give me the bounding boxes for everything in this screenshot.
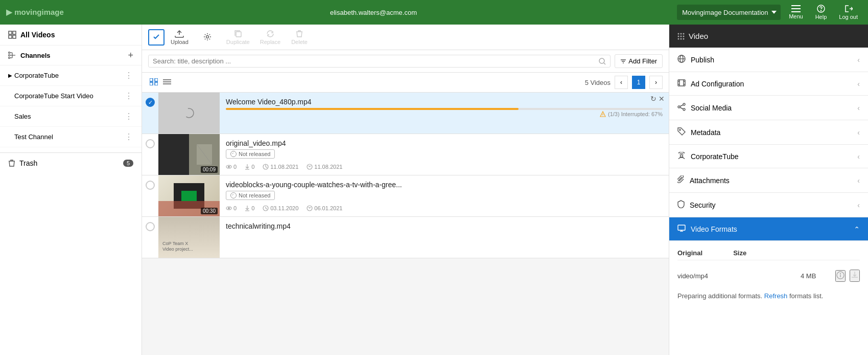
svg-point-44 [228, 208, 230, 209]
logo-text: movingimage [14, 8, 64, 16]
svg-point-56 [683, 38, 685, 39]
section-label: Social Media [691, 104, 857, 112]
settings-button[interactable] [195, 31, 220, 44]
sidebar-item-sales[interactable]: Sales ⋮ [0, 106, 142, 127]
video-check-1[interactable] [142, 93, 158, 134]
select-all-button[interactable] [148, 29, 165, 46]
add-channel-button[interactable]: + [128, 51, 133, 60]
chevron-left-icon: ‹ [857, 201, 860, 209]
svg-point-4 [820, 11, 821, 11]
video-check-4[interactable] [142, 217, 158, 258]
channel-menu-dots[interactable]: ⋮ [125, 71, 133, 80]
progress-bar-fill [226, 108, 519, 110]
panel-section-corporatetube[interactable]: CorporateTube ‹ [669, 145, 868, 168]
search-box [148, 55, 611, 68]
warning-icon [600, 111, 606, 117]
panel-section-ad-configuration[interactable]: Ad Configuration ‹ [669, 72, 868, 96]
section-label: Attachments [690, 176, 857, 185]
modified-date-icon [307, 164, 313, 170]
svg-point-51 [678, 35, 679, 37]
page-1-button[interactable]: 1 [632, 76, 645, 89]
delete-button[interactable]: Delete [287, 28, 312, 47]
check-circle-2[interactable] [146, 139, 155, 148]
sidebar-item-corporatetube[interactable]: ▶ CorporateTube ⋮ [0, 65, 142, 86]
svg-point-31 [184, 108, 194, 118]
sidebar-item-all-videos[interactable]: All Videos [0, 25, 142, 46]
video-thumbnail-4: CoP Team XVideo project... [158, 217, 220, 258]
formats-preparing-text: Preparing additional formats. Refresh fo… [677, 286, 860, 306]
logout-button[interactable]: Log out [835, 3, 862, 22]
video-check-3[interactable] [142, 175, 158, 216]
app-layout: All Videos Channels + ▶ CorporateTube ⋮ … [0, 0, 868, 355]
sidebar-item-test-channel[interactable]: Test Channel ⋮ [0, 127, 142, 147]
check-circle-3[interactable] [146, 181, 155, 190]
upload-button[interactable]: Upload [167, 28, 193, 47]
channel-menu-dots[interactable]: ⋮ [125, 132, 133, 142]
format-info-button[interactable] [835, 270, 846, 282]
status-icon [230, 192, 237, 198]
next-page-button[interactable]: › [649, 76, 663, 89]
channel-name: CorporateTube Start Video [14, 92, 125, 100]
panel-section-video-formats[interactable]: Video Formats ⌄ [669, 217, 868, 241]
svg-rect-25 [155, 78, 158, 81]
paperclip-icon [677, 175, 685, 185]
replace-button[interactable]: Replace [256, 28, 285, 47]
svg-point-17 [206, 35, 208, 38]
sidebar-item-trash[interactable]: Trash 5 [0, 152, 142, 173]
duplicate-button[interactable]: Duplicate [222, 28, 254, 47]
svg-line-70 [680, 105, 683, 106]
channel-menu-dots[interactable]: ⋮ [125, 91, 133, 101]
panel-section-metadata[interactable]: Metadata ‹ [669, 120, 868, 145]
trash-label: Trash [19, 159, 37, 167]
video-thumbnail-3: 00:30 [158, 175, 220, 216]
panel-section-social-media[interactable]: Social Media ‹ [669, 96, 868, 120]
section-label: Publish [691, 56, 857, 64]
panel-section-publish[interactable]: Publish ‹ [669, 48, 868, 72]
refresh-formats-link[interactable]: Refresh [764, 292, 788, 300]
format-download-button[interactable] [850, 270, 860, 282]
section-label: Video Formats [691, 225, 854, 233]
video-check-2[interactable] [142, 134, 158, 175]
svg-point-50 [683, 33, 685, 34]
org-selector[interactable]: Movingimage Documentation [677, 5, 781, 20]
menu-button[interactable]: Menu [785, 3, 807, 21]
all-videos-label: All Videos [20, 31, 55, 39]
dots-grid-icon [677, 33, 685, 40]
progress-text: (1/3) Interrupted: 67% [226, 111, 663, 117]
list-view-button[interactable] [161, 77, 173, 88]
check-circle-4[interactable] [146, 222, 155, 231]
svg-point-68 [678, 106, 680, 108]
add-filter-button[interactable]: Add Filter [615, 54, 663, 68]
views-icon [226, 206, 232, 211]
film-icon [677, 79, 686, 88]
svg-rect-7 [9, 35, 12, 38]
nav-right: Movingimage Documentation Menu Help Log … [677, 3, 862, 22]
channel-name: CorporateTube [14, 72, 125, 79]
duration-badge-2: 00:09 [201, 166, 218, 173]
section-label: Metadata [691, 128, 857, 137]
panel-section-attachments[interactable]: Attachments ‹ [669, 168, 868, 193]
channel-menu-dots[interactable]: ⋮ [125, 112, 133, 121]
cancel-upload-button[interactable]: ✕ [659, 95, 665, 103]
view-pagination-bar: 5 Videos ‹ 1 › [142, 73, 669, 93]
svg-line-71 [680, 107, 683, 109]
video-title-3: videoblocks-a-young-couple-watches-a-tv-… [226, 181, 663, 189]
chevron-left-icon: ‹ [857, 80, 860, 88]
search-input[interactable] [153, 57, 599, 65]
downloads-icon [245, 205, 250, 211]
upload-date-icon [263, 205, 269, 211]
help-button[interactable]: Help [811, 3, 831, 22]
section-label: Security [690, 201, 857, 209]
grid-view-button[interactable] [148, 77, 159, 88]
video-info-2: original_video.mp4 Not released 0 0 [220, 134, 669, 175]
formats-table-header: Original Size [677, 249, 860, 260]
channels-header: Channels + [0, 46, 142, 65]
video-formats-content: Original Size video/mp4 4 MB Preparing a… [669, 241, 868, 314]
svg-rect-1 [791, 8, 801, 9]
check-circle-1[interactable] [146, 98, 155, 107]
prev-page-button[interactable]: ‹ [615, 76, 628, 89]
sidebar-item-corporatetube-start[interactable]: CorporateTube Start Video ⋮ [0, 86, 142, 106]
panel-section-security[interactable]: Security ‹ [669, 193, 868, 217]
refresh-upload-button[interactable]: ↻ [650, 95, 656, 103]
section-label: CorporateTube [691, 152, 857, 161]
